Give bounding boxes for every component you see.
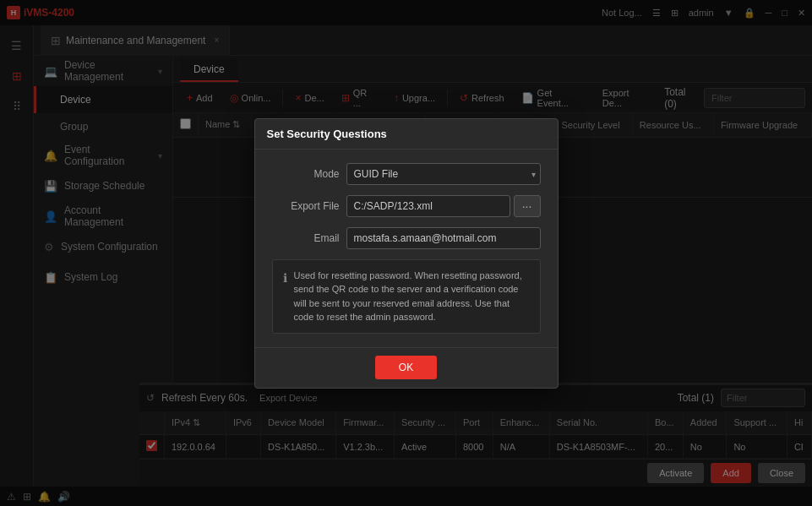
dialog-title: Set Security Questions	[255, 119, 558, 150]
email-label: Email	[272, 232, 340, 244]
file-browse-button[interactable]: ···	[514, 195, 541, 217]
mode-select-wrapper: GUID File Email ▾	[346, 163, 541, 185]
mode-select[interactable]: GUID File Email	[346, 163, 541, 185]
mode-row: Mode GUID File Email ▾	[272, 163, 541, 185]
info-text: Used for resetting password. When resett…	[294, 269, 530, 324]
info-icon: ℹ	[283, 269, 287, 324]
export-file-input[interactable]	[346, 195, 510, 217]
dialog-body: Mode GUID File Email ▾	[255, 150, 558, 347]
main-panel: Device + Add ◎ Onlin... ×	[173, 56, 812, 506]
file-input-wrapper: ···	[346, 195, 541, 217]
dialog-overlay: Set Security Questions Mode GUID File Em…	[173, 56, 812, 506]
inner-layout: 💻 Device Management ▾ Device Group 🔔 Eve…	[34, 56, 812, 506]
email-row: Email	[272, 227, 541, 249]
set-security-dialog: Set Security Questions Mode GUID File Em…	[254, 118, 559, 389]
email-input[interactable]	[346, 227, 541, 249]
dialog-title-text: Set Security Questions	[267, 128, 387, 140]
app-layout: ☰ ⊞ ⠿ ⊞ Maintenance and Management × 💻 D…	[0, 25, 812, 506]
export-file-label: Export File	[272, 200, 340, 212]
content-area: ⊞ Maintenance and Management × 💻 Device …	[34, 25, 812, 506]
browse-icon: ···	[522, 199, 532, 213]
info-box: ℹ Used for resetting password. When rese…	[272, 259, 541, 334]
dialog-footer: OK	[255, 347, 558, 388]
mode-label: Mode	[272, 168, 340, 180]
ok-button[interactable]: OK	[375, 356, 437, 379]
export-file-row: Export File ···	[272, 195, 541, 217]
